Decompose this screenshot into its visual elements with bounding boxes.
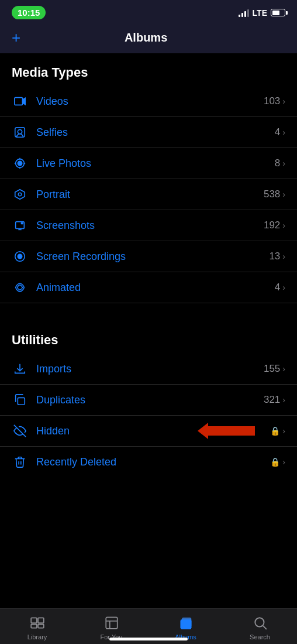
svg-point-3 (18, 129, 22, 133)
lock-icon: 🔒 (270, 426, 280, 436)
for-you-tab-icon (103, 615, 120, 631)
section-title-media-types: Media Types (0, 53, 297, 86)
svg-point-12 (21, 222, 23, 224)
duplicates-label: Duplicates (36, 394, 264, 406)
screen-recording-icon (12, 248, 28, 265)
chevron-icon: › (282, 395, 285, 405)
add-button[interactable]: + (12, 30, 20, 45)
lte-label: LTE (253, 8, 267, 18)
list-item-live-photos[interactable]: Live Photos 8 › (0, 148, 297, 179)
screen-recordings-right: 13 › (269, 251, 285, 262)
live-photos-label: Live Photos (36, 157, 275, 170)
svg-point-10 (18, 193, 22, 196)
screenshots-label: Screenshots (36, 220, 264, 232)
chevron-icon: › (282, 190, 285, 199)
imports-count: 155 (264, 363, 280, 375)
imports-label: Imports (36, 363, 264, 375)
signal-icon (239, 9, 249, 17)
lock-icon: 🔒 (270, 457, 280, 467)
status-right: LTE (239, 8, 285, 18)
videos-right: 103 › (264, 95, 285, 107)
svg-marker-1 (23, 98, 26, 105)
selfies-right: 4 › (275, 126, 285, 138)
selfies-label: Selfies (36, 126, 275, 139)
search-tab-label: Search (250, 633, 270, 640)
svg-rect-15 (18, 398, 25, 405)
library-tab-label: Library (27, 633, 47, 640)
svg-rect-26 (180, 619, 191, 629)
status-bar: 10:15 LTE (0, 0, 297, 23)
animated-icon (12, 279, 28, 296)
main-content: Media Types Videos 103 › Selfies 4 › (0, 53, 297, 530)
tab-search[interactable]: Search (243, 615, 278, 640)
screenshots-right: 192 › (264, 220, 285, 231)
list-item-duplicates[interactable]: Duplicates 321 › (0, 385, 297, 416)
nav-header: + Albums (0, 23, 297, 53)
chevron-icon: › (282, 364, 285, 374)
list-item-hidden[interactable]: Hidden 🔒 › (0, 416, 297, 447)
chevron-icon: › (282, 159, 285, 168)
albums-tab-icon (178, 615, 194, 631)
screen-recordings-label: Screen Recordings (36, 251, 269, 263)
recently-deleted-right: 🔒 › (270, 457, 285, 467)
svg-rect-20 (38, 624, 44, 628)
videos-label: Videos (36, 95, 264, 108)
section-gap (0, 303, 297, 321)
recently-deleted-label: Recently Deleted (36, 456, 270, 468)
chevron-icon: › (282, 457, 285, 467)
portrait-right: 538 › (264, 189, 285, 200)
svg-point-4 (18, 161, 22, 165)
tab-albums[interactable]: Albums (168, 615, 203, 640)
list-item-portrait[interactable]: Portrait 538 › (0, 179, 297, 210)
screen-recordings-count: 13 (269, 251, 280, 262)
chevron-icon: › (282, 97, 285, 106)
page-title: Albums (20, 31, 271, 44)
screenshot-icon (12, 217, 28, 234)
live-photos-icon (12, 155, 28, 172)
search-tab-icon (252, 615, 268, 631)
hidden-icon (12, 423, 28, 439)
library-tab-icon (29, 615, 46, 631)
list-item-videos[interactable]: Videos 103 › (0, 86, 297, 117)
selfie-icon (12, 124, 28, 141)
tab-library[interactable]: Library (20, 615, 55, 640)
svg-line-28 (263, 626, 266, 629)
svg-rect-17 (31, 618, 37, 623)
trash-icon (12, 454, 28, 470)
list-item-imports[interactable]: Imports 155 › (0, 354, 297, 385)
portrait-icon (12, 186, 28, 203)
section-title-utilities: Utilities (0, 321, 297, 354)
import-icon (12, 361, 28, 377)
live-photos-right: 8 › (275, 157, 285, 169)
list-item-screen-recordings[interactable]: Screen Recordings 13 › (0, 241, 297, 272)
duplicates-right: 321 › (264, 394, 285, 406)
portrait-count: 538 (264, 189, 280, 200)
portrait-label: Portrait (36, 189, 264, 201)
animated-count: 4 (275, 282, 280, 293)
chevron-icon: › (282, 221, 285, 230)
chevron-icon: › (282, 252, 285, 261)
list-item-recently-deleted[interactable]: Recently Deleted 🔒 › (0, 447, 297, 477)
svg-point-14 (18, 254, 22, 258)
videos-count: 103 (264, 95, 280, 107)
red-arrow-annotation (198, 423, 255, 439)
duplicates-count: 321 (264, 394, 280, 406)
svg-rect-18 (38, 618, 44, 623)
video-icon (12, 93, 28, 109)
battery-icon (271, 9, 285, 16)
home-indicator (109, 638, 188, 640)
chevron-icon: › (282, 426, 285, 436)
screenshots-count: 192 (264, 220, 280, 231)
animated-label: Animated (36, 282, 275, 294)
list-item-animated[interactable]: Animated 4 › (0, 272, 297, 303)
live-photos-count: 8 (275, 157, 280, 169)
duplicate-icon (12, 392, 28, 408)
hidden-right: 🔒 › (270, 426, 285, 436)
list-item-screenshots[interactable]: Screenshots 192 › (0, 210, 297, 241)
svg-rect-21 (106, 617, 118, 629)
tab-for-you[interactable]: For You (94, 615, 129, 640)
svg-rect-0 (15, 98, 23, 105)
list-item-selfies[interactable]: Selfies 4 › (0, 117, 297, 148)
chevron-icon: › (282, 283, 285, 292)
svg-rect-19 (31, 624, 37, 628)
